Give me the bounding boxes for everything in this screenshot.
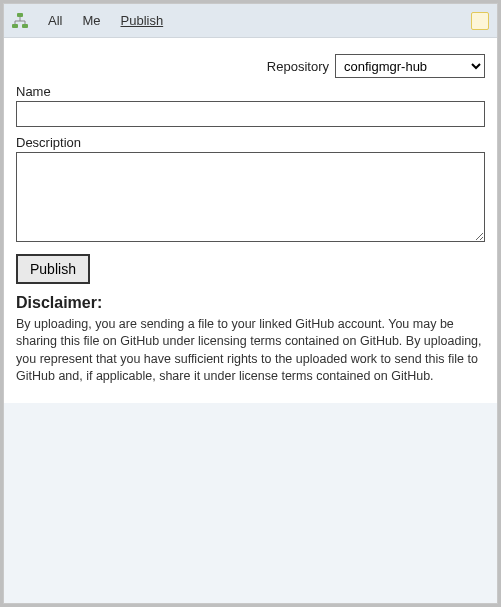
hierarchy-icon: [12, 13, 28, 29]
publish-form: Repository configmgr-hub Name Descriptio…: [4, 38, 497, 403]
disclaimer-text: By uploading, you are sending a file to …: [16, 316, 485, 385]
description-label: Description: [16, 135, 485, 150]
empty-area: [4, 403, 497, 603]
tab-bar: All Me Publish: [4, 4, 497, 38]
status-badge: [471, 12, 489, 30]
name-label: Name: [16, 84, 485, 99]
app-window: All Me Publish Repository configmgr-hub …: [3, 3, 498, 604]
svg-rect-0: [17, 13, 23, 17]
svg-rect-1: [12, 24, 18, 28]
publish-button[interactable]: Publish: [16, 254, 90, 284]
tab-all[interactable]: All: [38, 9, 72, 32]
tab-publish[interactable]: Publish: [111, 9, 174, 32]
svg-rect-2: [22, 24, 28, 28]
disclaimer-heading: Disclaimer:: [16, 294, 485, 312]
repository-select[interactable]: configmgr-hub: [335, 54, 485, 78]
tab-me[interactable]: Me: [72, 9, 110, 32]
repository-label: Repository: [267, 59, 329, 74]
description-textarea[interactable]: [16, 152, 485, 242]
name-input[interactable]: [16, 101, 485, 127]
repository-row: Repository configmgr-hub: [16, 54, 485, 78]
